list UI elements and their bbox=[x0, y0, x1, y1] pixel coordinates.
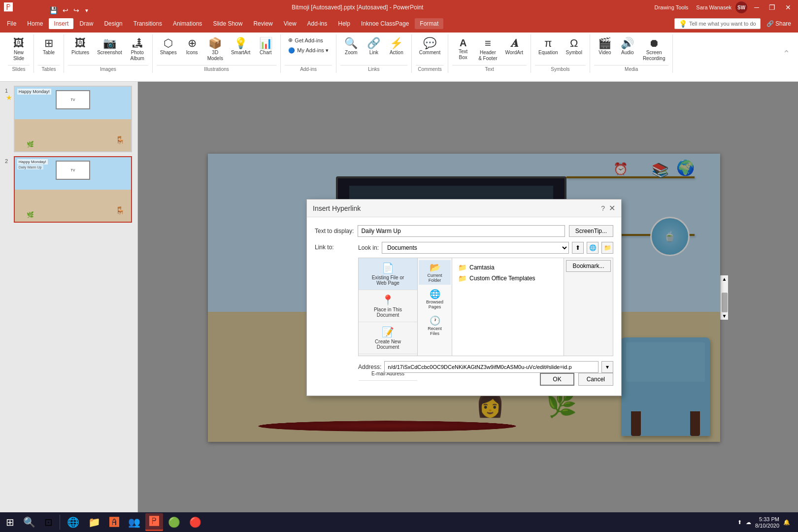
menu-insert[interactable]: Insert bbox=[49, 18, 73, 29]
menu-review[interactable]: Review bbox=[248, 18, 277, 29]
menu-transitions[interactable]: Transitions bbox=[129, 18, 167, 29]
close-btn[interactable]: ✕ bbox=[782, 3, 794, 11]
ribbon-header-footer[interactable]: ≡ Header& Footer bbox=[475, 35, 500, 64]
app2-taskbar[interactable]: 🔴 bbox=[185, 513, 205, 531]
ribbon-screen-recording[interactable]: ⏺ ScreenRecording bbox=[639, 35, 669, 64]
existing-file-icon: 📄 bbox=[382, 262, 394, 274]
nav-create-new[interactable]: 📝 Create NewDocument bbox=[359, 322, 417, 354]
menu-format[interactable]: Format bbox=[415, 18, 443, 29]
user-badge[interactable]: SW bbox=[735, 1, 747, 13]
slide-thumb-2[interactable]: 2 TV Happy Monday! Daily Warm Up 🪑 🌿 bbox=[14, 156, 133, 223]
share-btn[interactable]: 🔗 Share bbox=[762, 18, 796, 29]
edge-taskbar[interactable]: 🌐 bbox=[63, 513, 83, 531]
search-taskbar-icon: 🔍 bbox=[23, 516, 35, 528]
restore-btn[interactable]: ❐ bbox=[766, 3, 778, 11]
look-in-web-btn[interactable]: 🌐 bbox=[587, 242, 598, 254]
ribbon-pictures[interactable]: 🖼 Pictures bbox=[68, 35, 93, 58]
date-display: 8/10/2020 bbox=[755, 523, 779, 529]
look-in-up-btn[interactable]: ⬆ bbox=[572, 242, 584, 254]
ribbon-link[interactable]: 🔗 Link bbox=[363, 35, 385, 58]
undo-quick-btn[interactable]: ↩ bbox=[62, 5, 69, 15]
title-left: 🅿 💾 ↩ ↪ ▼ bbox=[4, 2, 61, 13]
file-custom-templates[interactable]: 📁 Custom Office Templates bbox=[456, 273, 560, 284]
file-camtasia[interactable]: 📁 Camtasia bbox=[456, 262, 560, 273]
menu-design[interactable]: Design bbox=[99, 18, 127, 29]
ribbon-action[interactable]: ⚡ Action bbox=[386, 35, 407, 58]
menu-inknoe[interactable]: Inknoe ClassPage bbox=[356, 18, 414, 29]
ribbon-3d-models[interactable]: 📦 3DModels bbox=[204, 35, 227, 64]
action-icon: ⚡ bbox=[390, 38, 403, 49]
scroll-down-btn[interactable]: ▼ bbox=[721, 312, 728, 320]
address-input[interactable] bbox=[384, 361, 598, 373]
bookmark-btn[interactable]: Bookmark... bbox=[566, 260, 611, 272]
slide-thumb-1[interactable]: 1 ★ TV Happy Monday! 🪑 🌿 bbox=[14, 86, 133, 152]
nav-existing-file[interactable]: 📄 Existing File orWeb Page bbox=[359, 258, 417, 290]
ribbon-equation[interactable]: π Equation bbox=[535, 35, 561, 58]
menu-animations[interactable]: Animations bbox=[168, 18, 207, 29]
ribbon-collapse-btn[interactable]: ⌃ bbox=[779, 34, 794, 73]
menu-help[interactable]: Help bbox=[333, 18, 355, 29]
ribbon-my-addins[interactable]: 🔵 My Add-ins ▾ bbox=[285, 46, 332, 55]
ribbon-audio[interactable]: 🔊 Audio bbox=[617, 35, 638, 58]
ribbon-get-addins[interactable]: ⊕ Get Add-ins bbox=[285, 35, 332, 45]
text-display-input[interactable] bbox=[358, 225, 565, 237]
ribbon-textbox[interactable]: A TextBox bbox=[452, 35, 474, 63]
ribbon-zoom[interactable]: 🔍 Zoom bbox=[340, 35, 362, 58]
menu-file[interactable]: File bbox=[2, 18, 21, 29]
ribbon-video[interactable]: 🎬 Video bbox=[594, 35, 616, 58]
ribbon-photo-album[interactable]: 🏞 PhotoAlbum bbox=[127, 35, 148, 64]
screentip-btn[interactable]: ScreenTip... bbox=[569, 225, 613, 237]
scroll-thumb[interactable] bbox=[722, 293, 728, 312]
start-button[interactable]: ⊞ bbox=[2, 513, 18, 531]
more-quick-btn[interactable]: ▼ bbox=[83, 7, 90, 14]
ribbon-icons[interactable]: ⊕ Icons bbox=[181, 35, 203, 58]
notification-btn[interactable]: 🔔 bbox=[783, 519, 790, 526]
address-dropdown-btn[interactable]: ▾ bbox=[601, 361, 613, 373]
cancel-btn[interactable]: Cancel bbox=[578, 373, 613, 386]
ok-btn[interactable]: OK bbox=[540, 373, 574, 386]
minimize-btn[interactable]: ─ bbox=[751, 3, 762, 11]
menu-slideshow[interactable]: Slide Show bbox=[208, 18, 247, 29]
nav-browsed-pages[interactable]: 🌐 BrowsedPages bbox=[419, 287, 451, 311]
search-taskbar[interactable]: 🔍 bbox=[19, 513, 39, 531]
look-in-folder-btn[interactable]: 📁 bbox=[601, 242, 613, 254]
ribbon-screenshot[interactable]: 📷 Screenshot bbox=[94, 35, 126, 58]
explorer-taskbar[interactable]: 📁 bbox=[84, 513, 104, 531]
nav-recent-files[interactable]: 🕐 RecentFiles bbox=[419, 313, 451, 338]
ribbon-chart[interactable]: 📊 Chart bbox=[255, 35, 276, 58]
scroll-up-btn[interactable]: ▲ bbox=[721, 275, 728, 283]
ribbon-group-slides-label: Slides bbox=[8, 65, 30, 72]
acrobat-taskbar[interactable]: 🅰 bbox=[105, 513, 123, 531]
ribbon-new-slide[interactable]: 🖼 NewSlide bbox=[8, 35, 30, 64]
text-display-row: Text to display: ScreenTip... bbox=[315, 225, 613, 237]
clock[interactable]: 5:33 PM 8/10/2020 bbox=[755, 516, 779, 529]
ribbon-comment[interactable]: 💬 Comment bbox=[416, 35, 444, 58]
pictures-icon: 🖼 bbox=[75, 38, 86, 49]
menu-home[interactable]: Home bbox=[22, 18, 48, 29]
ribbon-shapes[interactable]: ⬡ Shapes bbox=[157, 35, 180, 58]
redo-quick-btn[interactable]: ↪ bbox=[72, 5, 80, 15]
menu-addins[interactable]: Add-ins bbox=[302, 18, 332, 29]
nav-current-folder[interactable]: 📂 CurrentFolder bbox=[419, 260, 451, 285]
menu-draw[interactable]: Draw bbox=[74, 18, 98, 29]
ribbon-table[interactable]: ⊞ Table bbox=[38, 35, 60, 58]
ribbon-wordart[interactable]: 𝐀 WordArt bbox=[502, 35, 527, 58]
task-view-btn[interactable]: ⊡ bbox=[40, 513, 57, 531]
header-footer-icon: ≡ bbox=[485, 38, 491, 49]
teams-taskbar[interactable]: 👥 bbox=[124, 513, 144, 531]
tell-me-input[interactable]: 💡 Tell me what you want to do bbox=[674, 18, 761, 29]
dialog-close-btn[interactable]: ✕ bbox=[609, 203, 615, 213]
app1-taskbar[interactable]: 🟢 bbox=[164, 513, 184, 531]
look-in-select[interactable]: Documents bbox=[382, 242, 569, 254]
dialog-help-btn[interactable]: ? bbox=[601, 204, 605, 212]
menu-view[interactable]: View bbox=[279, 18, 301, 29]
ribbon-smartart[interactable]: 💡 SmartArt bbox=[228, 35, 254, 58]
save-quick-btn[interactable]: 💾 bbox=[48, 5, 59, 15]
ribbon-symbol[interactable]: Ω Symbol bbox=[563, 35, 586, 58]
screenshot-icon: 📷 bbox=[103, 38, 116, 49]
current-folder-icon: 📂 bbox=[430, 262, 440, 273]
powerpoint-taskbar[interactable]: 🅿 bbox=[145, 513, 163, 531]
nav-place-document[interactable]: 📍 Place in ThisDocument bbox=[359, 290, 417, 322]
right-scrollbar[interactable]: ▲ ▼ bbox=[720, 275, 728, 320]
get-addins-icon: ⊕ bbox=[288, 37, 293, 43]
